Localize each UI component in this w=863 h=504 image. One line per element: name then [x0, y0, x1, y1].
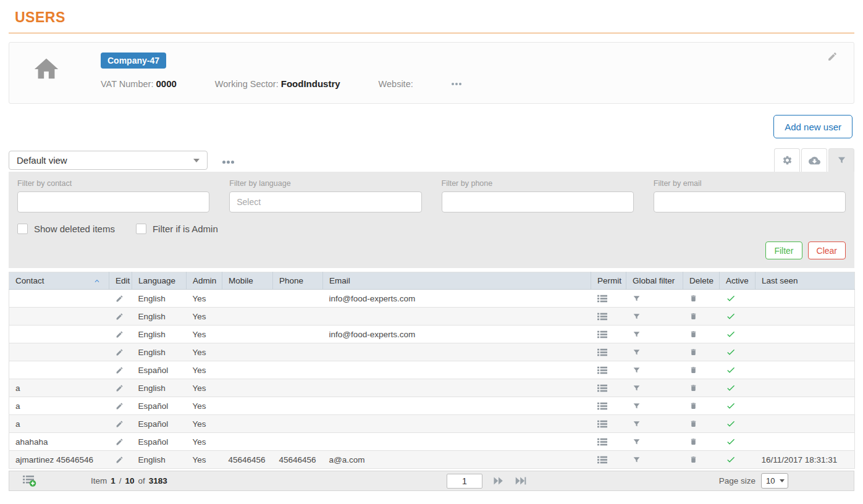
global-filter-icon[interactable]	[633, 456, 641, 464]
column-header-contact[interactable]: Contact	[9, 272, 109, 290]
global-filter-icon[interactable]	[633, 330, 641, 338]
delete-icon[interactable]	[689, 384, 697, 392]
company-edit-icon[interactable]	[827, 51, 838, 64]
of-label: of	[138, 476, 145, 485]
edit-row-icon[interactable]	[116, 330, 124, 338]
filter-panel: Filter by contact Filter by language Fil…	[9, 172, 854, 268]
cell-admin: Yes	[187, 343, 222, 361]
permit-icon[interactable]	[597, 348, 607, 356]
permit-icon[interactable]	[597, 330, 607, 338]
global-filter-icon[interactable]	[633, 348, 641, 356]
permit-icon[interactable]	[597, 438, 607, 446]
cell-mobile	[222, 397, 273, 415]
filter-button[interactable]: Filter	[765, 242, 802, 259]
show-deleted-checkbox[interactable]: Show deleted items	[17, 224, 115, 234]
active-check-icon	[726, 311, 736, 321]
cell-admin: Yes	[187, 433, 222, 451]
edit-row-icon[interactable]	[116, 438, 124, 446]
column-header-delete[interactable]: Delete	[683, 272, 720, 290]
filter-contact-field: Filter by contact	[17, 179, 209, 212]
global-filter-icon[interactable]	[633, 384, 641, 392]
active-check-icon	[726, 455, 736, 464]
add-new-user-button[interactable]: Add new user	[773, 115, 852, 138]
permit-icon[interactable]	[597, 384, 607, 392]
column-header-last-seen[interactable]: Last seen	[756, 272, 855, 290]
table-row: English Yes	[9, 343, 855, 361]
global-filter-icon[interactable]	[633, 420, 641, 428]
delete-icon[interactable]	[689, 348, 697, 356]
column-header-active[interactable]: Active	[720, 272, 756, 290]
column-header-admin[interactable]: Admin	[187, 272, 222, 290]
cell-last-seen	[756, 290, 855, 308]
column-header-email[interactable]: Email	[323, 272, 591, 290]
edit-row-icon[interactable]	[116, 420, 124, 428]
column-header-phone[interactable]: Phone	[273, 272, 323, 290]
view-selector-value: Default view	[17, 155, 67, 166]
last-page-icon[interactable]	[515, 476, 527, 485]
next-pages-icon[interactable]	[492, 476, 505, 485]
active-check-icon	[726, 437, 736, 447]
column-header-language[interactable]: Language	[132, 272, 187, 290]
filter-contact-input[interactable]	[17, 191, 209, 212]
delete-icon[interactable]	[689, 366, 697, 374]
cell-contact	[9, 326, 109, 343]
permit-icon[interactable]	[597, 420, 607, 428]
filter-if-admin-checkbox[interactable]: Filter if is Admin	[136, 224, 218, 234]
filter-language-select[interactable]	[229, 191, 421, 212]
cell-phone	[273, 379, 323, 397]
page-number-input[interactable]	[447, 474, 482, 489]
column-header-edit[interactable]: Edit	[109, 272, 132, 290]
global-filter-icon[interactable]	[633, 402, 641, 410]
website-more-icon[interactable]	[452, 83, 461, 85]
column-header-permit[interactable]: Permit	[591, 272, 626, 290]
view-more-icon[interactable]	[222, 161, 234, 164]
delete-icon[interactable]	[689, 419, 697, 428]
delete-icon[interactable]	[689, 401, 697, 410]
filter-tab[interactable]	[828, 148, 854, 172]
export-tab[interactable]	[801, 148, 827, 172]
users-page: USERS Company-47 VAT Number: 0000 Workin…	[0, 0, 863, 491]
edit-row-icon[interactable]	[116, 348, 124, 356]
column-header-global-filter[interactable]: Global filter	[626, 272, 683, 290]
add-item-icon[interactable]	[23, 475, 36, 487]
clear-button[interactable]: Clear	[808, 242, 846, 259]
column-header-mobile[interactable]: Mobile	[222, 272, 273, 290]
checkbox-box[interactable]	[136, 224, 146, 234]
edit-row-icon[interactable]	[116, 402, 124, 410]
edit-row-icon[interactable]	[116, 384, 124, 392]
delete-icon[interactable]	[689, 437, 697, 446]
global-filter-icon[interactable]	[633, 438, 641, 446]
delete-icon[interactable]	[689, 455, 697, 464]
global-filter-icon[interactable]	[633, 295, 641, 303]
view-selector[interactable]: Default view	[9, 151, 208, 170]
cell-admin: Yes	[187, 290, 222, 308]
website: Website:	[379, 79, 413, 89]
permit-icon[interactable]	[597, 402, 607, 410]
table-row: English Yes info@food-experts.com	[9, 326, 855, 343]
delete-icon[interactable]	[689, 330, 697, 338]
edit-row-icon[interactable]	[116, 366, 124, 374]
edit-row-icon[interactable]	[116, 456, 124, 464]
edit-row-icon[interactable]	[116, 295, 124, 303]
global-filter-icon[interactable]	[633, 313, 641, 321]
item-to: 10	[125, 476, 135, 485]
delete-icon[interactable]	[689, 312, 697, 321]
item-count: Item 1 / 10 of 3183	[91, 476, 167, 485]
table-row: English Yes info@food-experts.com	[9, 290, 855, 308]
page-size-group: Page size 10	[719, 473, 788, 489]
filter-phone-input[interactable]	[442, 191, 634, 212]
page-size-select[interactable]: 10	[761, 473, 788, 489]
permit-icon[interactable]	[597, 456, 607, 464]
edit-row-icon[interactable]	[116, 313, 124, 321]
permit-icon[interactable]	[597, 295, 607, 303]
active-check-icon	[726, 383, 736, 393]
filter-email-input[interactable]	[654, 191, 846, 212]
checkbox-box[interactable]	[17, 224, 28, 234]
global-filter-icon[interactable]	[633, 366, 641, 374]
show-deleted-label: Show deleted items	[34, 224, 115, 234]
permit-icon[interactable]	[597, 366, 607, 374]
delete-icon[interactable]	[689, 294, 697, 303]
permit-icon[interactable]	[597, 313, 607, 321]
settings-tab[interactable]	[774, 148, 800, 172]
website-label: Website:	[379, 79, 413, 89]
